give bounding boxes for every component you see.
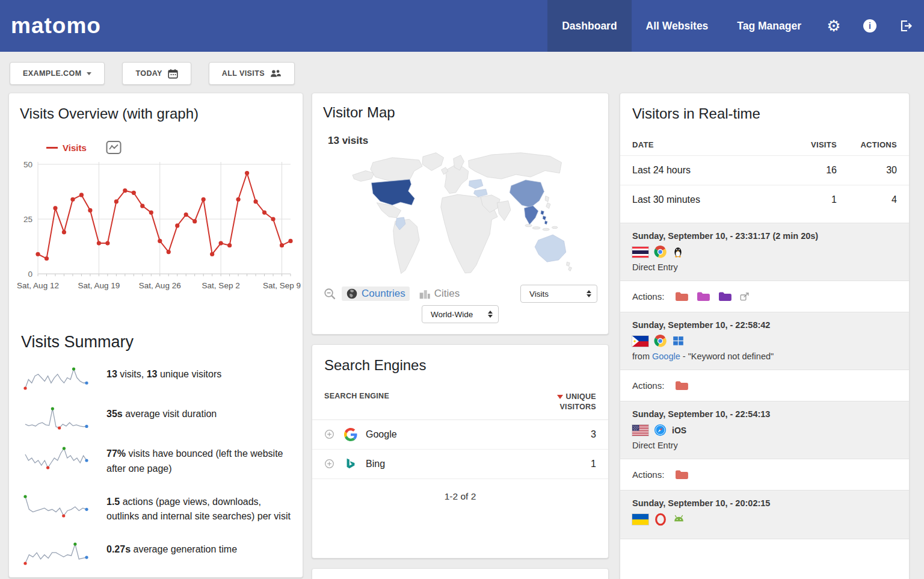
chrome-browser-icon [654,335,667,347]
buildings-icon [419,288,431,300]
actions-label: Actions: [632,469,664,480]
signout-icon[interactable] [888,0,924,52]
column-visits: VISITS [777,140,837,149]
actions-label: Actions: [632,291,664,302]
nav-tab-dashboard[interactable]: Dashboard [547,0,631,52]
summary-item-actions: 1.5 actions (page views, downloads, outl… [20,495,292,525]
android-os-icon [673,513,685,526]
segment-selector-button[interactable]: ALL VISITS [209,62,295,85]
map-view-cities-toggle[interactable]: Cities [414,286,464,301]
realtime-visitors-widget: Visitors in Real-time DATE VISITS ACTION… [620,93,910,579]
external-link-icon[interactable] [739,291,750,302]
widget-title: Visitors in Real-time [620,93,909,125]
summary-row-30min: Last 30 minutes 1 4 [620,185,909,214]
pageview-icon[interactable] [674,469,688,480]
column-search-engine[interactable]: SEARCH ENGINE [324,392,389,400]
map-canada [371,158,422,182]
column-actions: ACTIONS [837,140,897,149]
map-philippines-highlight [541,211,547,224]
site-selector-button[interactable]: EXAMPLE.COM [10,62,105,85]
map-view-countries-toggle[interactable]: Countries [342,286,410,301]
map-thailand-highlight [524,206,538,224]
map-ukraine-highlight [469,179,483,188]
pageview-icon[interactable] [696,291,710,302]
expand-plus-icon[interactable] [324,459,334,469]
summary-row-24h: Last 24 hours 16 30 [620,155,909,185]
duration-sparkline[interactable] [22,407,90,431]
calendar-icon [168,69,178,79]
visitor-actions-row: Actions: [620,459,909,490]
nav-tab-tag-manager[interactable]: Tag Manager [722,0,816,52]
svg-text:Sat, Sep 2: Sat, Sep 2 [202,281,240,290]
philippines-flag-icon [632,336,648,347]
summary-text: 13 visits, 13 unique visitors [106,369,221,379]
map-alaska [353,171,374,182]
engine-name-link[interactable]: Bing [366,459,385,469]
metric-select-value: Visits [529,290,549,299]
filter-toolbar: EXAMPLE.COM TODAY ALL VISITS [0,52,924,85]
visits-legend-label: Visits [63,143,87,153]
visit-datetime: Sunday, September 10, - 22:54:13 [632,409,897,419]
visits-legend-line [46,147,58,149]
generation-sparkline[interactable] [22,542,90,566]
nav-tab-all-websites[interactable]: All Websites [632,0,723,52]
map-region-select[interactable]: World-Wide [422,305,499,323]
column-date: DATE [632,140,777,149]
windows-os-icon [672,335,685,347]
visit-datetime: Sunday, September 10, - 22:58:42 [632,320,897,330]
countries-toggle-label: Countries [362,288,405,300]
svg-text:50: 50 [23,160,32,169]
map-new-zealand [567,262,572,271]
world-map[interactable]: 13 visits [323,125,597,280]
zoom-out-icon[interactable] [323,287,337,301]
chrome-browser-icon [654,246,667,258]
info-icon[interactable]: i [852,0,888,52]
map-usa-highlight [371,179,414,205]
actions-sparkline[interactable] [22,494,90,519]
bounce-sparkline[interactable] [22,445,90,471]
visit-datetime: Sunday, September 10, - 20:02:15 [632,498,897,508]
svg-text:Sat, Aug 19: Sat, Aug 19 [78,281,120,290]
svg-text:Sat, Aug 26: Sat, Aug 26 [139,281,181,290]
svg-text:0: 0 [28,270,32,279]
users-icon [270,69,282,78]
map-greenland [422,153,443,171]
google-logo-icon [344,428,357,441]
pageview-icon[interactable] [674,380,688,391]
cities-toggle-label: Cities [434,288,460,300]
map-russia [469,153,562,179]
select-arrows-icon [587,290,591,297]
visitor-entry: Sunday, September 10, - 23:31:17 (2 min … [620,223,909,281]
pageview-icon[interactable] [718,291,732,302]
summary-text: 1.5 actions (page views, downloads, outl… [106,497,291,522]
map-europe [445,165,469,194]
site-selector-label: EXAMPLE.COM [23,69,81,78]
expand-plus-icon[interactable] [324,429,334,439]
map-metric-select[interactable]: Visits [520,285,597,303]
column-unique-visitors[interactable]: UNIQUE VISITORS [524,392,596,412]
select-arrows-icon [488,311,493,318]
map-turkey-highlight [474,189,488,197]
export-image-icon[interactable] [106,140,122,155]
referrer-text: Direct Entry [632,262,897,272]
summary-text: 0.27s average generation time [106,544,237,554]
segment-selector-label: ALL VISITS [222,69,265,78]
actions-label: Actions: [632,380,664,391]
svg-text:25: 25 [23,215,32,224]
next-widget-partial [312,568,609,579]
pageview-icon[interactable] [674,291,688,302]
table-row-bing: Bing 1 [312,450,608,479]
visits-sparkline[interactable] [22,367,90,391]
summary-item-visits: 13 visits, 13 unique visitors [20,367,292,394]
map-visits-count: 13 visits [324,134,372,147]
visits-overview-widget: Visits Overview (with graph) Visits 0255… [8,93,303,578]
unique-visitors-value: 3 [591,429,596,440]
map-australia-highlight [535,235,566,262]
google-referrer-link[interactable]: Google [652,351,680,361]
map-indonesia [525,224,532,227]
visits-line-chart[interactable]: 02550Sat, Aug 12Sat, Aug 19Sat, Aug 26Sa… [20,156,292,296]
period-selector-button[interactable]: TODAY [122,62,191,85]
engine-name-link[interactable]: Google [366,429,397,440]
settings-gear-icon[interactable]: ⚙ [816,0,852,52]
referrer-text: Direct Entry [632,441,897,450]
